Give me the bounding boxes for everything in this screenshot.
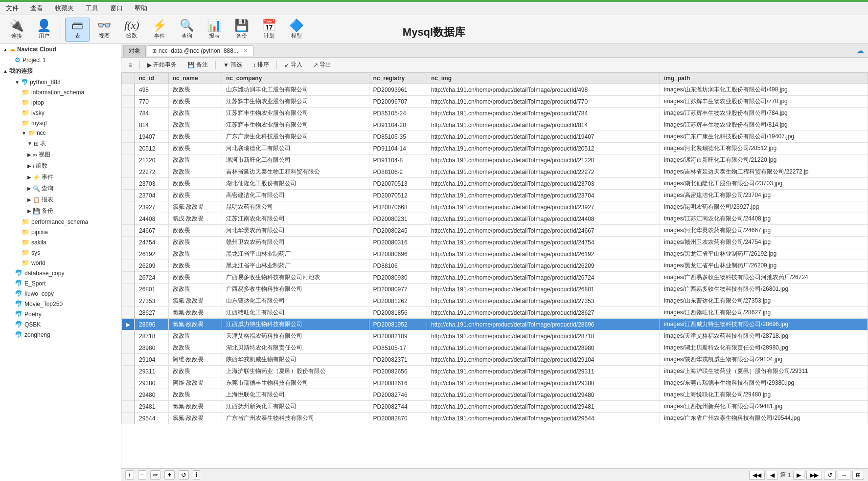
table-row[interactable]: 29104 阿维·敌敌畏 陕西华戎凯威生物有限公司 PD20082371 htt… bbox=[122, 354, 868, 366]
table-row[interactable]: 23927 氯氟·敌敌畏 昆明农药有限公司 PD20070668 http://… bbox=[122, 201, 868, 213]
sidebar-ncc-table[interactable]: ▼ ⊞ 表 bbox=[0, 138, 121, 149]
table-row[interactable]: 26724 敌敌畏 广西易多收生物科技有限公司河池农 PD20080930 ht… bbox=[122, 272, 868, 284]
info-button[interactable]: ℹ bbox=[193, 470, 200, 480]
sidebar-ncc-query[interactable]: ▶ 🔍 查询 bbox=[0, 183, 121, 194]
sidebar-mysql[interactable]: 📁 mysql bbox=[0, 118, 121, 128]
toolbar-event-button[interactable]: ⚡ 事件 bbox=[147, 18, 172, 42]
toolbar-model-button[interactable]: 🔷 模型 bbox=[284, 18, 309, 42]
table-row[interactable]: 23704 敌敌畏 高密建洁化工有限公司 PD20070512 http://c… bbox=[122, 190, 868, 201]
sidebar-information-schema[interactable]: 📁 information_schema bbox=[0, 87, 121, 97]
sidebar-ncc[interactable]: ▼ 📁 ncc bbox=[0, 128, 121, 138]
table-row[interactable]: 26801 敌敌畏 广西易多收生物科技有限公司 PD20080977 http:… bbox=[122, 284, 868, 295]
table-row[interactable]: 29544 氯氟·敌敌畏 广东省广州农泰生物科技有限公司 PD20082870 … bbox=[122, 413, 868, 424]
tab-objects[interactable]: 对象 bbox=[123, 45, 146, 57]
col-nc-img[interactable]: nc_img bbox=[427, 73, 660, 84]
edit-row-button[interactable]: ✏ bbox=[150, 470, 160, 480]
sidebar-database-copy[interactable]: 🐬 database_copy bbox=[0, 268, 121, 278]
toolbar-schedule-button[interactable]: 📅 计划 bbox=[256, 18, 282, 42]
page-go-button[interactable]: → bbox=[838, 471, 850, 480]
table-row[interactable]: 22272 敌敌畏 吉林省延边天泰生物工程科贸有限公 PD88106-2 htt… bbox=[122, 166, 868, 178]
sidebar-qsbk[interactable]: 🐬 QSBK bbox=[0, 319, 121, 329]
sidebar-poetry[interactable]: 🐬 Poetry bbox=[0, 309, 121, 319]
page-last-button[interactable]: ▶▶ bbox=[806, 471, 822, 480]
table-row[interactable]: 29311 敌敌畏 上海沪联生物药业（夏邑）股份有限公 PD20082656 h… bbox=[122, 366, 868, 377]
import-button[interactable]: ↙ 导入 bbox=[281, 59, 306, 70]
menu-tools[interactable]: 工具 bbox=[84, 3, 100, 14]
export-button[interactable]: ↗ 导出 bbox=[310, 59, 335, 70]
sidebar-movie-top250[interactable]: 🐬 Movie_Top250 bbox=[0, 299, 121, 309]
filter-button[interactable]: ▼ 筛选 bbox=[220, 59, 246, 70]
sidebar-iptop[interactable]: 📁 iptop bbox=[0, 97, 121, 108]
page-refresh-button[interactable]: ↺ bbox=[824, 471, 836, 480]
page-prev-button[interactable]: ◀ bbox=[767, 471, 778, 480]
table-row[interactable]: 27353 氯氟·敌敌畏 山东曹达化工有限公司 PD20081262 http:… bbox=[122, 295, 868, 307]
table-row[interactable]: 28980 敌敌畏 湖北贝斯特农化有限责任公司 PD85105-17 http:… bbox=[122, 342, 868, 354]
table-row[interactable]: 814 敌敌畏 江苏辉丰生物农业股份有限公司 PD91104-20 http:/… bbox=[122, 119, 868, 131]
table-row[interactable]: 24667 敌敌畏 河北华灵农药有限公司 PD20080245 http://c… bbox=[122, 225, 868, 237]
table-row[interactable]: 770 敌敌畏 江苏辉丰生物农业股份有限公司 PD20096707 http:/… bbox=[122, 96, 868, 108]
begin-transaction-button[interactable]: ▶ 开始事务 bbox=[144, 59, 180, 70]
hamburger-menu-button[interactable]: ≡ bbox=[125, 60, 136, 70]
delete-row-button[interactable]: − bbox=[138, 470, 147, 480]
sidebar-ncc-report[interactable]: ▶ 📋 报表 bbox=[0, 194, 121, 205]
table-row[interactable]: 498 敌敌畏 山东潍坊润丰化工股份有限公司 PD20093961 http:/… bbox=[122, 84, 868, 96]
sidebar-sys[interactable]: 📁 sys bbox=[0, 247, 121, 258]
table-row[interactable]: 19407 敌敌畏 广东广康生化科技股份有限公司 PD85105-35 http… bbox=[122, 131, 868, 143]
table-row[interactable]: 24754 敌敌畏 赣州卫农农药有限公司 PD20080316 http://c… bbox=[122, 237, 868, 248]
toolbar-function-button[interactable]: f(x) 函数 bbox=[119, 18, 145, 41]
sidebar-ivsky[interactable]: 📁 ivsky bbox=[0, 108, 121, 118]
toolbar-user-button[interactable]: 👤 用户 bbox=[31, 18, 57, 42]
sidebar-navicat-cloud[interactable]: ▲ ☁ Navicat Cloud bbox=[0, 44, 121, 55]
sidebar-ncc-backup[interactable]: ▶ 💾 备份 bbox=[0, 205, 121, 217]
sidebar-zongheng[interactable]: 🐬 zongheng bbox=[0, 329, 121, 340]
table-row[interactable]: ▶ 28696 氯氟·敌敌畏 江西威力特生物科技有限公司 PD20081952 … bbox=[122, 319, 868, 330]
table-row[interactable]: 784 敌敌畏 江苏辉丰生物农业股份有限公司 PD85105-24 http:/… bbox=[122, 108, 868, 119]
menu-file[interactable]: 文件 bbox=[4, 3, 21, 14]
table-row[interactable]: 26209 敌敌畏 黑龙江省平山林业制药厂 PD88106 http://cha… bbox=[122, 260, 868, 272]
copy-row-button[interactable]: ✦ bbox=[164, 470, 175, 480]
sidebar-performance-schema[interactable]: 📁 performance_schema bbox=[0, 217, 121, 227]
sidebar-esport[interactable]: 🐬 E_Sport bbox=[0, 278, 121, 288]
table-row[interactable]: 20512 敌敌畏 河北襄瑞德化工有限公司 PD91104-14 http://… bbox=[122, 143, 868, 154]
table-row[interactable]: 28718 敌敌畏 天津艾格福农药科技有限公司 PD20082109 http:… bbox=[122, 330, 868, 342]
tab-close-icon[interactable]: ✕ bbox=[243, 47, 248, 54]
toolbar-backup-button[interactable]: 💾 备份 bbox=[229, 18, 254, 42]
toolbar-report-button[interactable]: 📊 报表 bbox=[202, 18, 227, 42]
table-row[interactable]: 29380 阿维·敌敌畏 东莞市瑞德丰生物科技有限公司 PD20082616 h… bbox=[122, 377, 868, 389]
sort-button[interactable]: ↕ 排序 bbox=[250, 59, 273, 70]
sidebar-project1[interactable]: ⚙ Project 1 bbox=[0, 55, 121, 65]
toolbar-view-button[interactable]: 👓 视图 bbox=[91, 18, 117, 42]
sidebar-kuwo-copy[interactable]: 🐬 kuwo_copy bbox=[0, 288, 121, 299]
table-row[interactable]: 21220 敌敌畏 漯河市新旺化工有限公司 PD91104-8 http://c… bbox=[122, 154, 868, 166]
toolbar-query-button[interactable]: 🔍 查询 bbox=[174, 18, 200, 42]
menu-view[interactable]: 查看 bbox=[28, 3, 45, 14]
menu-help[interactable]: 帮助 bbox=[133, 3, 149, 14]
sidebar-ncc-event[interactable]: ▶ ⚡ 事件 bbox=[0, 172, 121, 183]
sidebar-python888[interactable]: ▼ 🐬 python_888 bbox=[0, 77, 121, 87]
col-nc-id[interactable]: nc_id bbox=[135, 73, 168, 84]
sidebar-ncc-view[interactable]: ▶ ∞ 视图 bbox=[0, 149, 121, 160]
grid-view-button[interactable]: ⊞ bbox=[852, 471, 864, 480]
col-nc-registry[interactable]: nc_registry bbox=[369, 73, 427, 84]
toolbar-connect-button[interactable]: 🔌 连接 bbox=[4, 18, 29, 42]
col-nc-company[interactable]: nc_company bbox=[222, 73, 369, 84]
sidebar-ncc-function[interactable]: ▶ f 函数 bbox=[0, 160, 121, 172]
col-nc-name[interactable]: nc_name bbox=[168, 73, 222, 84]
table-row[interactable]: 29481 氯氟·敌敌畏 江西抚州新兴化工有限公司 PD20082744 htt… bbox=[122, 401, 868, 413]
cloud-sync-icon[interactable]: ☁ bbox=[856, 46, 864, 55]
toolbar-table-button[interactable]: 🗃 表 bbox=[65, 18, 90, 42]
page-next-button[interactable]: ▶ bbox=[793, 471, 804, 480]
sidebar-pipixia[interactable]: 📁 pipixia bbox=[0, 227, 121, 237]
menu-favorites[interactable]: 收藏夹 bbox=[53, 3, 76, 14]
table-row[interactable]: 24408 氰戊·敌敌畏 江苏江南农化有限公司 PD20080231 http:… bbox=[122, 213, 868, 225]
table-row[interactable]: 29480 敌敌畏 上海悦联化工有限公司 PD20082746 http://c… bbox=[122, 389, 868, 401]
table-row[interactable]: 23703 敌敌畏 湖北仙隆化工股份有限公司 PD20070513 http:/… bbox=[122, 178, 868, 190]
tab-ncc-data[interactable]: ⊞ ncc_data @ncc (python_888... ✕ bbox=[147, 45, 253, 56]
sidebar-my-connections[interactable]: ▲ 我的连接 bbox=[0, 65, 121, 77]
table-row[interactable]: 26192 敌敌畏 黑龙江省平山林业制药厂 PD20080696 http://… bbox=[122, 248, 868, 260]
menu-window[interactable]: 窗口 bbox=[108, 3, 125, 14]
sidebar-world[interactable]: 📁 world bbox=[0, 258, 121, 268]
page-first-button[interactable]: ◀◀ bbox=[749, 471, 765, 480]
backup-note-button[interactable]: 💾 备注 bbox=[184, 59, 211, 70]
add-row-button[interactable]: + bbox=[125, 470, 134, 480]
